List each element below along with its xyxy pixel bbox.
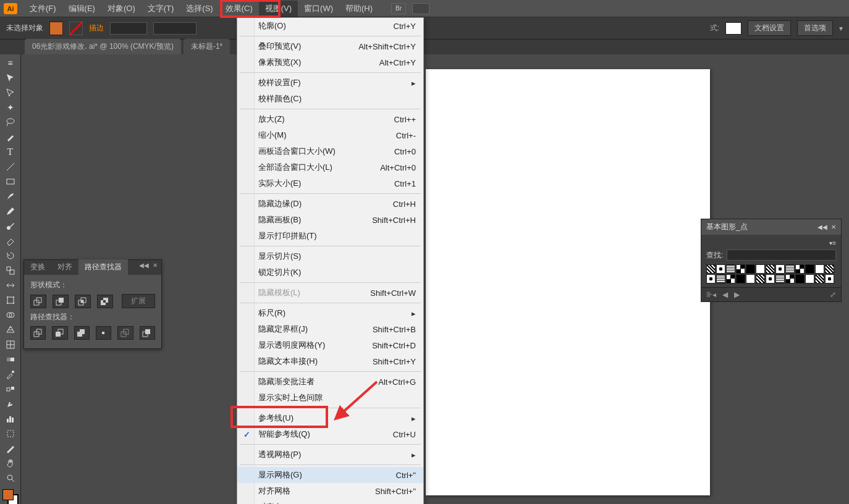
- swatch-cell[interactable]: [785, 274, 795, 284]
- swatch-cell[interactable]: [805, 264, 814, 274]
- menu-8[interactable]: 帮助(H): [339, 1, 379, 17]
- eyedropper-tool[interactable]: [2, 367, 19, 382]
- swatch-cell[interactable]: [815, 264, 824, 274]
- artboard[interactable]: [426, 69, 710, 495]
- selection-tool[interactable]: [2, 70, 19, 85]
- blend-tool[interactable]: [2, 382, 19, 397]
- opacity-swatch[interactable]: [725, 22, 741, 35]
- menu-item[interactable]: 显示切片(S): [237, 248, 423, 264]
- swatch-cell[interactable]: [825, 274, 834, 284]
- blob-brush-tool[interactable]: [2, 219, 19, 233]
- menu-item[interactable]: 隐藏边缘(D)Ctrl+H: [237, 196, 423, 212]
- swatch-cell[interactable]: [716, 274, 725, 284]
- next-swatch-icon[interactable]: ▶: [734, 290, 740, 299]
- line-tool[interactable]: [2, 159, 19, 174]
- swatch-cell[interactable]: [756, 264, 765, 274]
- fill-stroke-swatches[interactable]: [2, 489, 19, 504]
- stroke-swatch[interactable]: [69, 22, 83, 35]
- panel-collapse-icon[interactable]: ◀◀: [139, 262, 149, 269]
- swatch-cell[interactable]: [775, 274, 785, 284]
- menu-item[interactable]: 校样设置(F)▸: [237, 75, 423, 91]
- swatch-cell[interactable]: [706, 264, 716, 274]
- swatch-cell[interactable]: [746, 264, 755, 274]
- zoom-tool[interactable]: [2, 471, 19, 485]
- workspace-chooser[interactable]: [412, 3, 429, 14]
- expand-button[interactable]: 扩展: [122, 294, 155, 308]
- minus-back-button[interactable]: [140, 326, 155, 340]
- menu-item[interactable]: 隐藏渐变批注者Alt+Ctrl+G: [237, 374, 423, 390]
- type-tool[interactable]: T: [2, 145, 19, 159]
- menu-5[interactable]: 效果(C): [219, 1, 259, 17]
- panel-tab-0[interactable]: 变换: [24, 259, 51, 275]
- panel-collapse-icon[interactable]: ◀◀: [817, 224, 827, 230]
- menu-item[interactable]: 透视网格(P)▸: [237, 447, 423, 463]
- perspective-grid-tool[interactable]: [2, 322, 19, 337]
- swatch-cell[interactable]: [736, 274, 745, 284]
- swatch-cell[interactable]: [716, 264, 725, 274]
- menu-item[interactable]: 隐藏文本串接(H)Shift+Ctrl+Y: [237, 353, 423, 369]
- gradient-tool[interactable]: [2, 352, 19, 367]
- menu-item[interactable]: 叠印预览(V)Alt+Shift+Ctrl+Y: [237, 38, 423, 54]
- panel-tab-1[interactable]: 对齐: [51, 259, 78, 275]
- menu-item[interactable]: 对齐网格Shift+Ctrl+": [237, 483, 423, 499]
- swatch-cell[interactable]: [736, 264, 745, 274]
- exclude-button[interactable]: [97, 295, 113, 308]
- swatch-cell[interactable]: [795, 274, 805, 284]
- menu-4[interactable]: 选择(S): [180, 1, 219, 17]
- artboard-tool[interactable]: [2, 426, 19, 441]
- menu-item[interactable]: 显示打印拼贴(T): [237, 228, 423, 244]
- options-overflow-icon[interactable]: ▾: [839, 24, 843, 33]
- eraser-tool[interactable]: [2, 233, 19, 248]
- tab-collapse-icon[interactable]: ≡: [2, 56, 19, 70]
- crop-button[interactable]: [96, 326, 111, 340]
- swatch-cell[interactable]: [775, 264, 785, 274]
- swatches-new-icon[interactable]: ⤢: [830, 290, 836, 299]
- free-transform-tool[interactable]: [2, 293, 19, 308]
- minus-front-button[interactable]: [53, 295, 69, 308]
- menu-item[interactable]: 全部适合窗口大小(L)Alt+Ctrl+0: [237, 159, 423, 175]
- menu-item[interactable]: 校样颜色(C): [237, 91, 423, 107]
- swatch-cell[interactable]: [726, 274, 735, 284]
- swatch-cell[interactable]: [795, 264, 805, 274]
- menu-item[interactable]: 锁定切片(K): [237, 264, 423, 280]
- direct-selection-tool[interactable]: [2, 85, 19, 100]
- panel-tab-2[interactable]: 路径查找器: [78, 259, 128, 275]
- prev-swatch-icon[interactable]: ◀: [722, 290, 728, 299]
- scale-tool[interactable]: [2, 263, 19, 278]
- swatch-cell[interactable]: [726, 264, 735, 274]
- menu-7[interactable]: 窗口(W): [298, 1, 339, 17]
- trim-button[interactable]: [52, 326, 67, 340]
- document-tab-0[interactable]: 06光影游戏修改. ai* @ 100% (CMYK/预览): [25, 39, 181, 54]
- mesh-tool[interactable]: [2, 337, 19, 352]
- panel-menu-icon[interactable]: ▾≡: [829, 240, 836, 246]
- swatch-cell[interactable]: [815, 274, 824, 284]
- menu-3[interactable]: 文字(T): [142, 1, 180, 17]
- swatch-cell[interactable]: [706, 274, 716, 284]
- menu-item[interactable]: 放大(Z)Ctrl++: [237, 111, 423, 127]
- stroke-style-field[interactable]: [153, 22, 196, 35]
- menu-item[interactable]: ✓智能参考线(Q)Ctrl+U: [237, 426, 423, 442]
- menu-item[interactable]: 显示实时上色间隙: [237, 390, 423, 406]
- bridge-icon[interactable]: Br: [391, 3, 406, 14]
- intersect-button[interactable]: [75, 295, 91, 308]
- menu-2[interactable]: 对象(O): [101, 1, 142, 17]
- menu-item[interactable]: 隐藏画板(B)Shift+Ctrl+H: [237, 212, 423, 228]
- graph-tool[interactable]: [2, 411, 19, 426]
- menu-item[interactable]: 缩小(M)Ctrl+-: [237, 127, 423, 143]
- menu-item[interactable]: 标尺(R)▸: [237, 305, 423, 321]
- document-tab-1[interactable]: 未标题-1*: [184, 39, 230, 54]
- menu-item[interactable]: 画板适合窗口大小(W)Ctrl+0: [237, 143, 423, 159]
- swatch-library-icon[interactable]: ⊪◂: [706, 290, 716, 299]
- menu-item[interactable]: 实际大小(E)Ctrl+1: [237, 175, 423, 191]
- menu-item[interactable]: 显示透明度网格(Y)Shift+Ctrl+D: [237, 337, 423, 353]
- find-swatch-input[interactable]: [727, 250, 836, 261]
- menu-6[interactable]: 视图(V): [259, 1, 298, 17]
- menu-item[interactable]: 像素预览(X)Alt+Ctrl+Y: [237, 54, 423, 70]
- hand-tool[interactable]: [2, 456, 19, 471]
- magic-wand-tool[interactable]: ✦: [2, 100, 19, 115]
- document-setup-button[interactable]: 文档设置: [748, 20, 791, 36]
- panel-close-icon[interactable]: ✕: [831, 224, 836, 230]
- swatch-cell[interactable]: [766, 274, 775, 284]
- slice-tool[interactable]: [2, 441, 19, 456]
- merge-button[interactable]: [74, 326, 90, 340]
